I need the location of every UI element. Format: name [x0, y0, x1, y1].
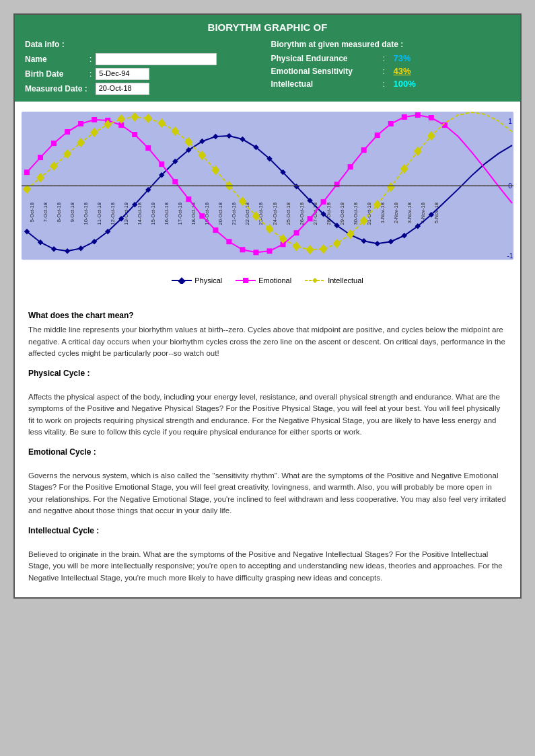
intellectual-heading: Intellectual Cycle :	[28, 526, 507, 535]
intellectual-row: Intellectual : 100%	[271, 79, 511, 89]
emotional-colon: :	[383, 67, 390, 76]
chart-container: 1 0 -1 5-Oct-18 7-Oct-18 8-Oct-18 9-Oct-…	[22, 112, 513, 273]
emotional-label: Emotional Sensitivity	[271, 67, 379, 76]
svg-rect-68	[38, 155, 43, 160]
svg-rect-78	[172, 179, 178, 184]
measured-date-label: Measured Date :	[25, 84, 87, 93]
svg-rect-80	[199, 213, 205, 219]
intellectual-legend-line	[305, 276, 325, 285]
main-page: BIORYTHM GRAPHIC OF Data info : Name : B…	[13, 13, 522, 599]
svg-text:11-Oct-18: 11-Oct-18	[96, 202, 102, 225]
legend-emotional-label: Emotional	[258, 276, 291, 285]
svg-rect-89	[321, 199, 326, 204]
svg-rect-91	[348, 164, 353, 169]
svg-text:28-Oct-18: 28-Oct-18	[326, 202, 332, 225]
svg-text:29-Oct-18: 29-Oct-18	[339, 202, 345, 225]
svg-rect-69	[51, 141, 57, 146]
svg-text:24-Oct-18: 24-Oct-18	[272, 202, 278, 225]
birth-date-row: Birth Date : 5-Dec-94	[25, 68, 264, 80]
svg-rect-87	[294, 230, 299, 235]
name-label: Name	[25, 54, 85, 64]
chart-text: The middle line represents your biorhyth…	[28, 324, 507, 359]
svg-text:12-Oct-18: 12-Oct-18	[110, 202, 116, 225]
name-input[interactable]	[96, 53, 217, 65]
svg-text:16-Oct-18: 16-Oct-18	[164, 202, 170, 225]
svg-rect-88	[308, 216, 313, 221]
svg-text:22-Oct-18: 22-Oct-18	[244, 202, 250, 225]
svg-rect-71	[78, 121, 83, 126]
emotional-heading: Emotional Cycle :	[28, 447, 507, 457]
svg-text:3-Nov-18: 3-Nov-18	[406, 202, 413, 223]
svg-text:21-Oct-18: 21-Oct-18	[231, 202, 237, 225]
svg-rect-90	[334, 182, 340, 187]
svg-text:1: 1	[508, 118, 512, 125]
chart-area: 1 0 -1 5-Oct-18 7-Oct-18 8-Oct-18 9-Oct-…	[15, 102, 520, 295]
header-right: Biorythm at given measured date : Physic…	[271, 40, 511, 95]
legend-intellectual-label: Intellectual	[328, 276, 363, 285]
emotional-legend-line	[236, 276, 256, 285]
physical-value: 73%	[394, 53, 411, 63]
svg-rect-97	[429, 115, 434, 120]
svg-text:14-Oct-18: 14-Oct-18	[137, 202, 143, 225]
emotional-text: Governs the nervous system, which is als…	[28, 470, 507, 517]
svg-text:5-Oct-18: 5-Oct-18	[29, 202, 35, 222]
measured-date-row: Measured Date : 20-Oct-18	[25, 83, 264, 95]
svg-rect-75	[132, 132, 137, 137]
svg-rect-76	[145, 145, 151, 151]
physical-legend-line	[172, 277, 192, 284]
svg-text:8-Oct-18: 8-Oct-18	[56, 202, 62, 222]
svg-text:26-Oct-18: 26-Oct-18	[299, 202, 305, 225]
svg-marker-136	[312, 278, 318, 283]
physical-heading: Physical Cycle :	[28, 369, 507, 378]
svg-text:7-Oct-18: 7-Oct-18	[42, 202, 48, 222]
page-title: BIORYTHM GRAPHIC OF	[25, 22, 510, 33]
svg-text:20-Oct-18: 20-Oct-18	[217, 202, 223, 225]
svg-rect-77	[159, 161, 164, 167]
svg-rect-81	[213, 227, 218, 233]
svg-rect-95	[402, 114, 407, 120]
svg-text:-1: -1	[507, 252, 513, 260]
svg-text:9-Oct-18: 9-Oct-18	[69, 202, 75, 222]
biorythm-chart: 1 0 -1 5-Oct-18 7-Oct-18 8-Oct-18 9-Oct-…	[22, 112, 513, 273]
name-colon: :	[90, 54, 92, 64]
svg-rect-83	[240, 247, 245, 252]
svg-rect-70	[65, 129, 70, 135]
legend-physical: Physical	[172, 276, 222, 285]
data-info-label: Data info :	[25, 40, 264, 49]
content-area: What does the chart mean? The middle lin…	[15, 295, 520, 597]
chart-legend: Physical Emotional Intellectual	[22, 276, 513, 285]
physical-label: Physical Endurance	[271, 54, 379, 63]
svg-rect-67	[24, 169, 30, 175]
physical-row: Physical Endurance : 73%	[271, 53, 511, 63]
legend-emotional: Emotional	[236, 276, 291, 285]
emotional-row: Emotional Sensitivity : 43%	[271, 66, 511, 76]
svg-rect-96	[415, 112, 421, 118]
svg-rect-93	[375, 133, 380, 138]
measured-date-value: 20-Oct-18	[96, 83, 149, 95]
svg-rect-72	[92, 117, 97, 122]
svg-text:2-Nov-18: 2-Nov-18	[393, 202, 399, 223]
legend-physical-label: Physical	[194, 276, 222, 285]
legend-intellectual: Intellectual	[305, 276, 363, 285]
intellectual-text: Believed to originate in the brain. What…	[28, 549, 507, 584]
birth-date-label: Birth Date	[25, 69, 85, 79]
svg-text:15-Oct-18: 15-Oct-18	[150, 202, 156, 225]
header-left: Data info : Name : Birth Date : 5-Dec-94…	[25, 40, 264, 95]
svg-text:30-Oct-18: 30-Oct-18	[353, 202, 359, 225]
svg-rect-82	[226, 239, 231, 244]
name-row: Name :	[25, 53, 264, 65]
birth-date-value: 5-Dec-94	[96, 68, 149, 80]
biorythm-at-label: Biorythm at given measured date :	[271, 40, 511, 49]
svg-rect-134	[243, 278, 248, 283]
svg-rect-132	[178, 278, 186, 285]
svg-rect-92	[361, 147, 367, 153]
svg-rect-79	[186, 196, 191, 202]
intellectual-colon: :	[383, 79, 390, 89]
svg-text:10-Oct-18: 10-Oct-18	[83, 202, 89, 225]
intellectual-value: 100%	[394, 79, 416, 89]
intellectual-label: Intellectual	[271, 79, 379, 89]
svg-text:25-Oct-18: 25-Oct-18	[285, 202, 291, 225]
svg-rect-85	[266, 248, 272, 254]
physical-colon: :	[383, 54, 390, 63]
svg-text:23-Oct-18: 23-Oct-18	[258, 202, 264, 225]
